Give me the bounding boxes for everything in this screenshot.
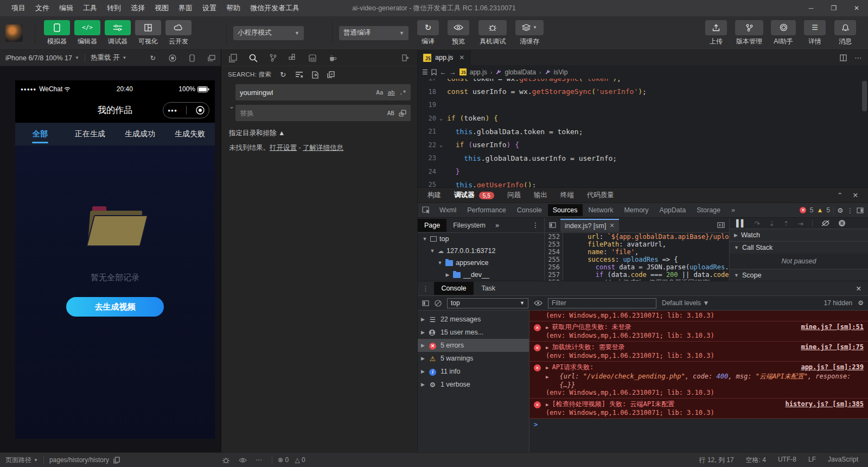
- devtools-tab-console[interactable]: Console: [512, 204, 547, 216]
- menu-interface[interactable]: 界面: [174, 3, 197, 13]
- devtools-settings-icon[interactable]: ⚙: [837, 206, 843, 214]
- panel-tab-code-quality[interactable]: 代码质量: [587, 191, 614, 200]
- console-tab[interactable]: Console: [434, 282, 474, 295]
- visualization-button[interactable]: 可视化: [134, 20, 162, 46]
- devtools-more-icon[interactable]: ⋮: [847, 206, 854, 214]
- page-path-label[interactable]: 页面路径: [5, 456, 31, 465]
- sidebar-warnings[interactable]: ▶⚠5 warnings: [418, 352, 529, 365]
- match-case-icon[interactable]: Aa: [376, 89, 383, 96]
- open-in-editor-icon[interactable]: [312, 71, 318, 79]
- device-frame-icon[interactable]: [189, 54, 195, 62]
- user-avatar[interactable]: [5, 24, 23, 42]
- console-message[interactable]: (env: Windows,mp,1.06.2310071; lib: 3.10…: [529, 311, 868, 321]
- toggle-replace-chevron[interactable]: ⌄: [228, 84, 235, 125]
- code-line[interactable]: 25 this.getUserInfo();: [418, 178, 868, 187]
- nav-forward-icon[interactable]: →: [450, 68, 456, 76]
- outline-icon[interactable]: ☰: [422, 68, 428, 76]
- panel-tab-output[interactable]: 输出: [534, 191, 547, 200]
- sidebar-user-messages[interactable]: ▶15 user mes...: [418, 326, 529, 339]
- compile-mode-select[interactable]: 普通编译▼: [339, 26, 409, 40]
- code-line[interactable]: 22⌄ if (userInfo) {: [418, 138, 868, 152]
- inspect-icon[interactable]: [422, 206, 430, 214]
- statusbar-more-icon[interactable]: ⋯: [256, 456, 262, 464]
- menu-devtools[interactable]: 微信开发者工具: [245, 3, 304, 13]
- debugger-toggle-button[interactable]: 调试器: [104, 20, 132, 46]
- minimize-button[interactable]: ─: [800, 0, 822, 16]
- devtools-tab-wxml[interactable]: Wxml: [435, 204, 461, 216]
- panel-tab-problems[interactable]: 问题: [507, 191, 521, 200]
- panel-tab-build[interactable]: 构建: [427, 191, 441, 200]
- stop-icon[interactable]: [169, 54, 176, 62]
- version-control-button[interactable]: 版本管理: [732, 20, 766, 46]
- breadcrumb-member[interactable]: isVip: [554, 68, 568, 76]
- sources-tab-filesystem[interactable]: Filesystem: [446, 219, 492, 232]
- capsule-menu[interactable]: ●●●: [163, 102, 209, 118]
- panel-tab-debugger[interactable]: 调试器: [454, 191, 475, 200]
- devtools-tab-memory[interactable]: Memory: [619, 204, 653, 216]
- dir-filter-toggle[interactable]: 指定目录和排除 ▲: [229, 129, 411, 138]
- menu-help[interactable]: 帮助: [221, 3, 245, 13]
- hot-reload-toggle[interactable]: 热重载 开: [91, 53, 119, 62]
- code-line[interactable]: 252 url: `${app.globalData.apiBase}/uplo…: [545, 233, 729, 241]
- search-icon[interactable]: [249, 54, 258, 62]
- source-location-link[interactable]: app.js? [sm]:239: [801, 363, 864, 371]
- call-stack-section[interactable]: ▼Call Stack Not paused: [730, 242, 868, 269]
- preserve-case-icon[interactable]: AB: [387, 110, 394, 117]
- preview-button[interactable]: 预览: [444, 20, 473, 46]
- rotate-icon[interactable]: ↻: [150, 54, 156, 62]
- breadcrumb-scope[interactable]: globalData: [505, 68, 535, 76]
- hide-navigator-icon[interactable]: [545, 222, 560, 228]
- close-source-tab-icon[interactable]: ✕: [609, 222, 614, 229]
- devtools-tab-sources[interactable]: Sources: [548, 204, 583, 216]
- source-location-link[interactable]: mine.js? [sm]:51: [801, 323, 864, 331]
- warning-count-icon[interactable]: ▲: [816, 206, 823, 214]
- devtools-tab-appdata[interactable]: AppData: [655, 204, 691, 216]
- regex-icon[interactable]: .*: [399, 89, 406, 96]
- detail-button[interactable]: ☰ 详情: [801, 20, 829, 46]
- drag-handle-icon[interactable]: ⋮: [418, 285, 434, 293]
- code-line[interactable]: 254 name: 'file',: [545, 248, 729, 256]
- statusbar-bug-icon[interactable]: [222, 457, 230, 464]
- console-message[interactable]: ✕▶[检查待处理视频] 失败: 云端API未配置history.js? [sm]…: [529, 399, 868, 419]
- close-tab-icon[interactable]: ✕: [459, 54, 464, 61]
- whole-word-icon[interactable]: ab: [388, 89, 395, 96]
- editor-code-area[interactable]: 17const token = wx.getStorageSync('token…: [418, 79, 868, 187]
- show-debugger-icon[interactable]: [717, 222, 729, 228]
- menu-select[interactable]: 选择: [126, 3, 150, 13]
- panel-tab-terminal[interactable]: 终端: [560, 191, 574, 200]
- copy-path-icon[interactable]: [113, 457, 120, 464]
- upload-button[interactable]: 上传: [702, 20, 730, 46]
- device-select[interactable]: iPhone 6/7/8 100% 17: [5, 54, 72, 62]
- menu-file[interactable]: 文件: [30, 3, 54, 13]
- console-message[interactable]: ✕▶加载统计失败: 需要登录mine.js? [sm]:75 (env: Win…: [529, 342, 868, 362]
- console-filter-input[interactable]: [548, 298, 656, 308]
- open-settings-link[interactable]: 打开设置: [270, 144, 297, 152]
- source-location-link[interactable]: history.js? [sm]:385: [786, 400, 864, 408]
- code-line[interactable]: 255 success: uploadRes => {: [545, 256, 729, 263]
- tab-failed[interactable]: 生成失败: [165, 123, 215, 146]
- replace-input[interactable]: [235, 109, 387, 117]
- deactivate-breakpoints-icon[interactable]: [821, 220, 829, 226]
- watch-section[interactable]: ▶Watch: [730, 229, 868, 242]
- multi-window-icon[interactable]: [208, 54, 215, 62]
- code-line[interactable]: 23 this.globalData.userInfo = userInfo;: [418, 152, 868, 165]
- step-into-icon[interactable]: ⇣: [769, 219, 774, 228]
- console-sidebar-toggle-icon[interactable]: [422, 300, 429, 306]
- clear-cache-button[interactable]: ▼ 清缓存: [513, 20, 546, 46]
- files-icon[interactable]: [229, 54, 237, 62]
- task-tab[interactable]: Task: [474, 282, 503, 295]
- code-line[interactable]: 253 filePath: avatarUrl,: [545, 241, 729, 248]
- devtools-tab-storage[interactable]: Storage: [692, 204, 725, 216]
- code-line[interactable]: 18const userInfo = wx.getStorageSync('us…: [418, 85, 868, 99]
- extensions-icon[interactable]: [289, 54, 297, 62]
- page-path[interactable]: pages/history/history: [49, 456, 109, 464]
- menu-tools[interactable]: 工具: [78, 3, 102, 13]
- encoding[interactable]: UTF-8: [778, 456, 796, 465]
- simulator-toggle-button[interactable]: 模拟器: [43, 20, 71, 46]
- code-line[interactable]: 21 this.globalData.token = token;: [418, 125, 868, 138]
- source-location-link[interactable]: mine.js? [sm]:75: [801, 343, 864, 351]
- compile-button[interactable]: ↻ 编译: [414, 20, 442, 46]
- error-object-preview[interactable]: {url: "/video/check_pending.php", code: …: [552, 372, 864, 389]
- console-message[interactable]: ✕▶API请求失败:app.js? [sm]:239 ▶{url: "/vide…: [529, 362, 868, 399]
- sidebar-info[interactable]: ▶i11 info: [418, 365, 529, 378]
